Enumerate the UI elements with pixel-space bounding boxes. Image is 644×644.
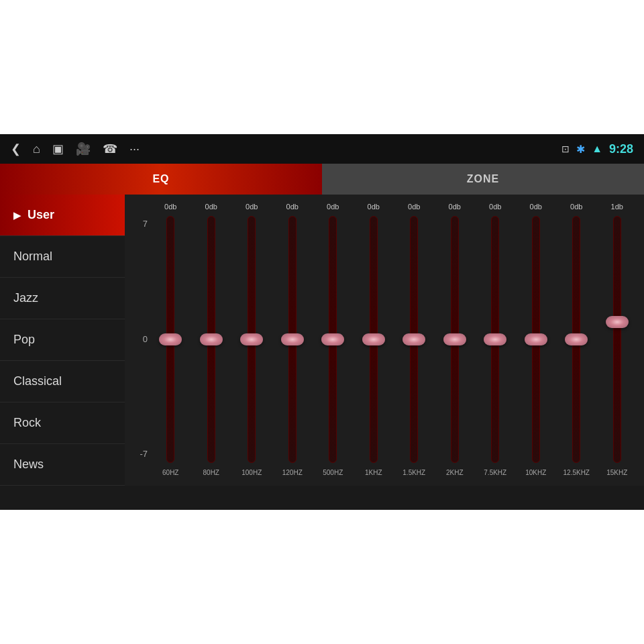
slider-container-11[interactable] (597, 215, 638, 464)
sidebar-item-normal[interactable]: Normal (0, 236, 125, 278)
slider-container-6[interactable] (394, 215, 435, 464)
slider-container-4[interactable] (313, 215, 354, 464)
band-db-2: 0db (246, 201, 258, 212)
band-freq-10: 12.5KHZ (564, 467, 590, 479)
slider-container-0[interactable] (150, 215, 191, 464)
slider-container-7[interactable] (435, 215, 476, 464)
slider-container-3[interactable] (272, 215, 313, 464)
slider-track-6 (410, 216, 418, 463)
slider-container-9[interactable] (516, 215, 557, 464)
eq-band-15KHZ: 1db15KHZ (597, 201, 638, 479)
eq-band-500HZ: 0db500HZ (313, 201, 354, 479)
slider-thumb-6[interactable] (402, 333, 425, 345)
band-db-5: 0db (368, 201, 380, 212)
eq-band-10KHZ: 0db10KHZ (516, 201, 557, 479)
slider-thumb-7[interactable] (443, 333, 466, 345)
home-button[interactable]: ⌂ (33, 142, 40, 156)
status-icons: ⊡ ✱ ▲ 9:28 (561, 142, 633, 156)
slider-track-7 (451, 216, 459, 463)
slider-track-11 (613, 216, 621, 463)
slider-thumb-0[interactable] (159, 333, 182, 345)
eq-band-120HZ: 0db120HZ (272, 201, 313, 479)
band-db-8: 0db (489, 201, 501, 212)
band-freq-6: 1.5KHZ (402, 467, 425, 479)
slider-thumb-9[interactable] (525, 333, 547, 345)
sidebar-item-jazz[interactable]: Jazz (0, 278, 125, 319)
slider-track-5 (370, 216, 378, 463)
sidebar-item-rock[interactable]: Rock (0, 402, 125, 444)
recents-button[interactable]: ▣ (52, 142, 64, 156)
slider-container-2[interactable] (231, 215, 272, 464)
slider-track-2 (248, 216, 256, 463)
band-db-3: 0db (286, 201, 299, 212)
slider-thumb-3[interactable] (281, 333, 304, 345)
main-content: User Normal Jazz Pop Classical Rock News… (0, 195, 644, 486)
tab-bar: EQ ZONE (0, 164, 644, 195)
band-db-10: 0db (570, 201, 582, 212)
sidebar-item-classical[interactable]: Classical (0, 361, 125, 402)
band-freq-7: 2KHZ (446, 467, 464, 479)
bluetooth-icon: ✱ (576, 143, 585, 156)
sidebar-item-pop[interactable]: Pop (0, 319, 125, 361)
slider-track-1 (207, 216, 215, 463)
bag-button[interactable]: ☎ (103, 142, 117, 156)
band-db-6: 0db (408, 201, 420, 212)
sidebar-item-news[interactable]: News (0, 444, 125, 486)
slider-track-0 (166, 216, 174, 463)
wifi-icon: ▲ (592, 143, 602, 155)
eq-scale: 7 0 -7 (131, 201, 150, 479)
sidebar-item-user[interactable]: User (0, 195, 125, 236)
eq-grid: 7 0 -7 0db60HZ0db80HZ0db100HZ0db120HZ0db… (131, 201, 637, 479)
cast-icon: ⊡ (561, 144, 570, 154)
slider-thumb-11[interactable] (606, 316, 629, 328)
slider-container-5[interactable] (354, 215, 394, 464)
tab-zone[interactable]: ZONE (322, 164, 644, 195)
band-freq-2: 100HZ (241, 467, 262, 479)
slider-thumb-5[interactable] (362, 333, 385, 345)
band-freq-4: 500HZ (323, 467, 343, 479)
slider-track-3 (288, 216, 297, 463)
eq-band-60HZ: 0db60HZ (150, 201, 191, 479)
back-button[interactable]: ❮ (11, 142, 21, 156)
nav-controls: ❮ ⌂ ▣ 🎥 ☎ ··· (11, 142, 140, 156)
slider-thumb-8[interactable] (484, 333, 506, 345)
slider-container-8[interactable] (475, 215, 516, 464)
eq-band-1KHZ: 0db1KHZ (354, 201, 394, 479)
sidebar: User Normal Jazz Pop Classical Rock News (0, 195, 125, 486)
eq-band-7.5KHZ: 0db7.5KHZ (475, 201, 516, 479)
eq-panel: 7 0 -7 0db60HZ0db80HZ0db100HZ0db120HZ0db… (125, 195, 644, 486)
eq-band-80HZ: 0db80HZ (191, 201, 232, 479)
camera-button[interactable]: 🎥 (76, 142, 91, 156)
band-freq-0: 60HZ (162, 467, 178, 479)
slider-thumb-1[interactable] (200, 333, 223, 345)
more-button[interactable]: ··· (129, 142, 140, 156)
slider-track-10 (572, 216, 580, 463)
band-freq-3: 120HZ (282, 467, 303, 479)
slider-track-8 (491, 216, 499, 463)
band-freq-9: 10KHZ (525, 467, 546, 479)
band-freq-11: 15KHZ (606, 467, 627, 479)
slider-track-9 (532, 216, 540, 463)
tab-eq[interactable]: EQ (0, 164, 322, 195)
scale-top: 7 (131, 219, 148, 229)
slider-thumb-4[interactable] (321, 333, 344, 345)
eq-band-12.5KHZ: 0db12.5KHZ (556, 201, 597, 479)
scale-mid: 0 (131, 334, 148, 344)
band-freq-1: 80HZ (203, 467, 219, 479)
slider-track-4 (329, 216, 337, 463)
band-db-0: 0db (164, 201, 176, 212)
slider-container-10[interactable] (556, 215, 597, 464)
band-db-11: 1db (611, 201, 623, 212)
band-freq-5: 1KHZ (365, 467, 382, 479)
eq-band-1.5KHZ: 0db1.5KHZ (394, 201, 435, 479)
band-freq-8: 7.5KHZ (484, 467, 506, 479)
band-db-1: 0db (205, 201, 217, 212)
slider-container-1[interactable] (191, 215, 232, 464)
eq-sliders: 0db60HZ0db80HZ0db100HZ0db120HZ0db500HZ0d… (150, 201, 637, 479)
band-db-7: 0db (449, 201, 461, 212)
slider-thumb-2[interactable] (240, 333, 263, 345)
eq-band-2KHZ: 0db2KHZ (435, 201, 476, 479)
slider-thumb-10[interactable] (565, 333, 588, 345)
scale-bot: -7 (131, 449, 148, 459)
eq-band-100HZ: 0db100HZ (231, 201, 272, 479)
